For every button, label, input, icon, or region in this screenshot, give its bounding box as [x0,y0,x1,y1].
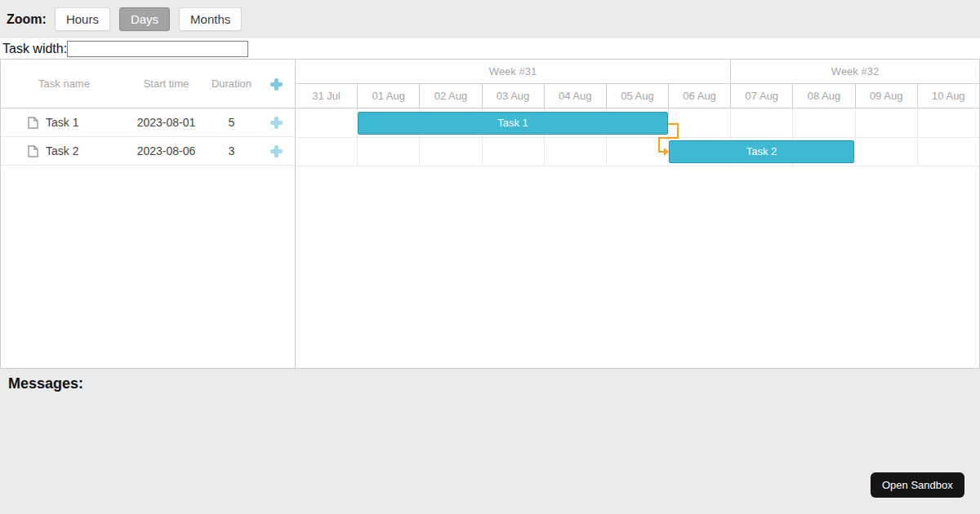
zoom-toolbar: Zoom: Hours Days Months [0,0,980,38]
plus-icon [270,117,283,129]
plus-icon [270,78,283,91]
day-cell: 10 Aug [918,84,979,108]
task-bar[interactable]: Task 2 [669,140,854,163]
messages-label: Messages: [8,375,83,392]
week-cell: Week #32 [731,60,979,83]
plus-icon [270,145,283,157]
document-icon [28,117,38,129]
task-name-cell: Task 2 [46,137,78,165]
day-cell: 09 Aug [856,84,918,108]
task-link[interactable] [658,123,679,156]
task-row[interactable]: Task 2 2023-08-06 3 [1,137,295,166]
gantt-grid: Task name Start time Duration Task 1 202… [1,60,295,368]
day-cell: 02 Aug [420,84,482,108]
day-cell: 07 Aug [731,84,793,108]
week-cell: Week #31 [296,60,731,83]
day-cell: 01 Aug [358,84,420,108]
document-icon [28,145,38,157]
add-subtask-button[interactable] [258,109,295,136]
duration-cell: 5 [205,109,258,136]
day-cell: 05 Aug [607,84,669,108]
column-header-start-time: Start time [127,60,205,109]
add-task-button[interactable] [258,60,295,109]
day-cell: 03 Aug [483,84,545,108]
timeline-row [296,138,979,166]
zoom-label: Zoom: [7,12,47,27]
add-subtask-button[interactable] [258,137,295,165]
zoom-hours-button[interactable]: Hours [55,7,110,31]
task-name-cell: Task 1 [46,109,78,136]
zoom-days-button[interactable]: Days [119,7,170,31]
gantt-timeline: Week #31 Week #32 31 Jul 01 Aug 02 Aug 0… [296,60,979,368]
page: Zoom: Hours Days Months Task width: Task… [0,0,980,514]
zoom-months-button[interactable]: Months [179,7,242,31]
start-time-cell: 2023-08-06 [127,137,205,165]
task-bar[interactable]: Task 1 [358,112,668,135]
start-time-cell: 2023-08-01 [127,109,205,136]
day-cell: 08 Aug [793,84,855,108]
task-width-label: Task width: [2,42,67,56]
duration-cell: 3 [205,137,258,165]
day-cell: 06 Aug [669,84,731,108]
gantt-chart: Task name Start time Duration Task 1 202… [0,59,980,369]
link-arrow-icon [664,148,669,156]
grid-header: Task name Start time Duration [1,60,295,109]
week-scale: Week #31 Week #32 [296,60,979,84]
day-cell: 04 Aug [545,84,607,108]
task-width-row: Task width: [0,38,980,59]
day-cell: 31 Jul [296,84,358,108]
column-header-task-name: Task name [1,60,127,109]
day-scale: 31 Jul 01 Aug 02 Aug 03 Aug 04 Aug 05 Au… [296,84,979,109]
task-width-input[interactable] [67,41,248,57]
column-header-duration: Duration [205,60,258,109]
open-sandbox-button[interactable]: Open Sandbox [871,472,964,498]
task-row[interactable]: Task 1 2023-08-01 5 [1,109,295,137]
